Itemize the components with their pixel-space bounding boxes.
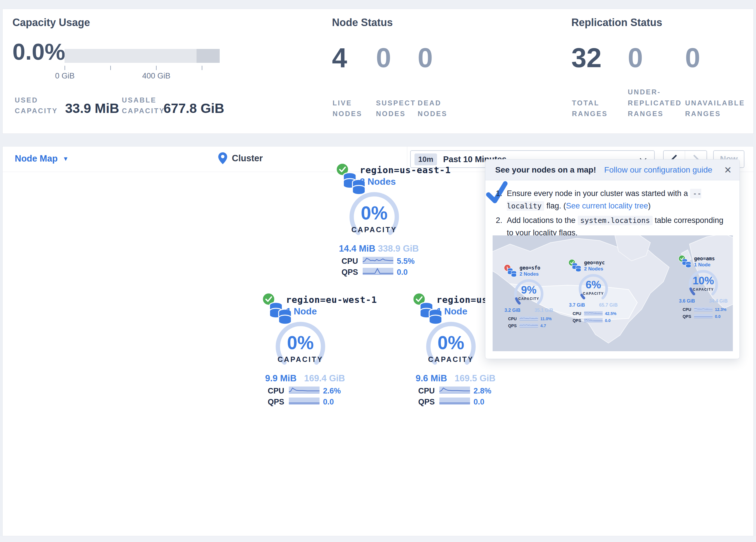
region-node-eu-west-1[interactable]: region=eu-west-1 1 Node 0% CAPACITY 9.9 … bbox=[262, 293, 349, 409]
cpu-sparkline bbox=[363, 257, 393, 264]
capacity-percent: 0% bbox=[422, 332, 480, 354]
capacity-percent: 6% bbox=[575, 279, 612, 291]
step-text: Ensure every node in your cluster was st… bbox=[507, 189, 688, 198]
configuration-guide-link[interactable]: Follow our configuration guide bbox=[604, 165, 713, 174]
popup-header: See your nodes on a map! Follow our conf… bbox=[485, 159, 740, 180]
total-value: 34.4 GiB bbox=[709, 299, 728, 304]
used-value: 3.2 GiB bbox=[504, 308, 520, 313]
geo-node-count: 1 Node bbox=[694, 262, 711, 268]
instruction-step-1: 1. Ensure every node in your cluster was… bbox=[507, 187, 729, 212]
usable-capacity-label: USABLE CAPACITY bbox=[122, 95, 165, 116]
qps-sparkline bbox=[520, 324, 538, 328]
qps-sparkline bbox=[584, 318, 603, 322]
capacity-gauge: 10% CAPACITY bbox=[685, 268, 722, 299]
node-status-title: Node Status bbox=[332, 16, 393, 29]
dead-nodes-label: DEAD NODES bbox=[418, 98, 447, 119]
replication-status-title: Replication Status bbox=[571, 16, 662, 29]
cpu-label: CPU bbox=[265, 387, 284, 396]
total-ranges-count: 32 bbox=[571, 44, 602, 71]
capacity-caption: CAPACITY bbox=[345, 225, 403, 234]
cpu-sparkline bbox=[439, 387, 470, 394]
qps-sparkline bbox=[694, 314, 713, 318]
map-preview: 1 geo=sfo 2 Nodes 9% CAPACITY 3.2 GiB35.… bbox=[493, 235, 733, 351]
cpu-label: CPU bbox=[505, 317, 517, 321]
map-node-geo-sfo[interactable]: 1 geo=sfo 2 Nodes 9% CAPACITY 3.2 GiB35.… bbox=[503, 264, 558, 332]
capacity-gauge: 6% CAPACITY bbox=[575, 273, 612, 303]
cpu-sparkline bbox=[289, 387, 320, 394]
used-capacity-value: 33.9 MiB bbox=[65, 100, 119, 116]
cpu-sparkline bbox=[584, 311, 603, 315]
page-bottom-strip bbox=[0, 536, 756, 542]
step-text: Add locations to the bbox=[507, 216, 575, 225]
capacity-tick-label-0: 0 GiB bbox=[42, 71, 88, 80]
view-mode-label: Node Map bbox=[15, 153, 58, 163]
system-locations-code: system.locations bbox=[578, 216, 653, 225]
capacity-caption: CAPACITY bbox=[422, 355, 480, 364]
database-stack-icon bbox=[507, 267, 518, 278]
capacity-tick bbox=[65, 66, 65, 70]
step-number: 2. bbox=[496, 214, 502, 227]
cpu-sparkline bbox=[694, 307, 713, 311]
geo-label: geo=ams bbox=[694, 255, 715, 261]
under-replicated-label: UNDER- REPLICATED RANGES bbox=[628, 87, 682, 119]
capacity-tick bbox=[110, 66, 111, 70]
dropdown-caret-icon: ▾ bbox=[64, 155, 67, 162]
cpu-label: CPU bbox=[570, 311, 581, 316]
qps-sparkline bbox=[363, 268, 393, 275]
qps-sparkline bbox=[439, 398, 470, 405]
locality-tree-link[interactable]: See current locality tree bbox=[566, 201, 648, 210]
region-label: region=us-east-1 bbox=[360, 165, 451, 175]
cpu-label: CPU bbox=[338, 257, 358, 266]
qps-value: 0.0 bbox=[605, 318, 610, 323]
capacity-tick-label-400: 400 GiB bbox=[133, 71, 179, 80]
used-value: 9.9 MiB bbox=[265, 373, 297, 384]
qps-value: 0.0 bbox=[397, 268, 408, 277]
total-value: 169.5 GiB bbox=[455, 373, 496, 384]
cluster-summary-panel: Capacity Usage 0.0% 0 GiB 400 GiB USED C… bbox=[2, 9, 754, 134]
capacity-bar-reserved-segment bbox=[197, 49, 220, 63]
live-nodes-label: LIVE NODES bbox=[333, 98, 362, 119]
total-value: 35.1 GiB bbox=[535, 308, 553, 313]
under-replicated-count: 0 bbox=[628, 44, 643, 71]
cpu-value: 2.8% bbox=[474, 387, 491, 396]
database-stack-icon bbox=[681, 258, 692, 268]
qps-value: 0.0 bbox=[323, 398, 334, 407]
capacity-caption: CAPACITY bbox=[575, 292, 612, 296]
step-number: 1. bbox=[496, 187, 502, 200]
unavailable-count: 0 bbox=[685, 44, 700, 71]
capacity-percent: 10% bbox=[685, 275, 722, 287]
usable-capacity-value: 677.8 GiB bbox=[164, 100, 224, 116]
geo-label: geo=nyc bbox=[584, 260, 605, 265]
used-value: 3.6 GiB bbox=[679, 299, 695, 304]
total-value: 65.7 GiB bbox=[599, 303, 618, 308]
qps-label: QPS bbox=[570, 318, 581, 323]
map-node-geo-ams[interactable]: geo=ams 1 Node 10% CAPACITY 3.6 GiB34.4 … bbox=[677, 255, 732, 322]
capacity-caption: CAPACITY bbox=[510, 297, 548, 301]
region-node-count-link[interactable]: 1 Node bbox=[286, 306, 317, 317]
qps-value: 0.0 bbox=[715, 314, 720, 319]
region-node-count-link[interactable]: 2 Nodes bbox=[360, 176, 396, 187]
used-value: 3.7 GiB bbox=[569, 303, 585, 308]
suspect-nodes-count: 0 bbox=[376, 44, 391, 71]
capacity-gauge: 0% CAPACITY bbox=[271, 321, 329, 370]
qps-label: QPS bbox=[265, 398, 284, 407]
cpu-label: CPU bbox=[680, 307, 691, 312]
used-value: 14.4 MiB bbox=[339, 243, 375, 254]
region-node-count-link[interactable]: 1 Node bbox=[436, 306, 467, 317]
breadcrumb[interactable]: Cluster bbox=[218, 152, 263, 164]
cpu-value: 42.5% bbox=[605, 311, 616, 316]
live-nodes-count: 4 bbox=[332, 44, 347, 71]
step-text: flag. ( bbox=[544, 201, 566, 210]
node-map-panel: Node Map▾ Cluster 10m Past 10 Minutes No… bbox=[2, 146, 754, 536]
capacity-gauge: 0% CAPACITY bbox=[345, 191, 403, 240]
map-node-geo-nyc[interactable]: geo=nyc 2 Nodes 6% CAPACITY 3.7 GiB65.7 … bbox=[567, 259, 622, 326]
capacity-usage-title: Capacity Usage bbox=[12, 16, 90, 29]
capacity-gauge: 0% CAPACITY bbox=[422, 321, 480, 370]
database-stack-icon bbox=[571, 262, 582, 272]
capacity-usage-percent: 0.0% bbox=[12, 38, 65, 65]
view-mode-dropdown[interactable]: Node Map▾ bbox=[15, 153, 67, 164]
cpu-value: 11.0% bbox=[540, 317, 552, 321]
dead-nodes-count: 0 bbox=[418, 44, 433, 71]
close-icon[interactable]: × bbox=[724, 164, 731, 176]
region-node-us-east-1[interactable]: region=us-east-1 2 Nodes 0% CAPACITY 14.… bbox=[336, 163, 423, 279]
